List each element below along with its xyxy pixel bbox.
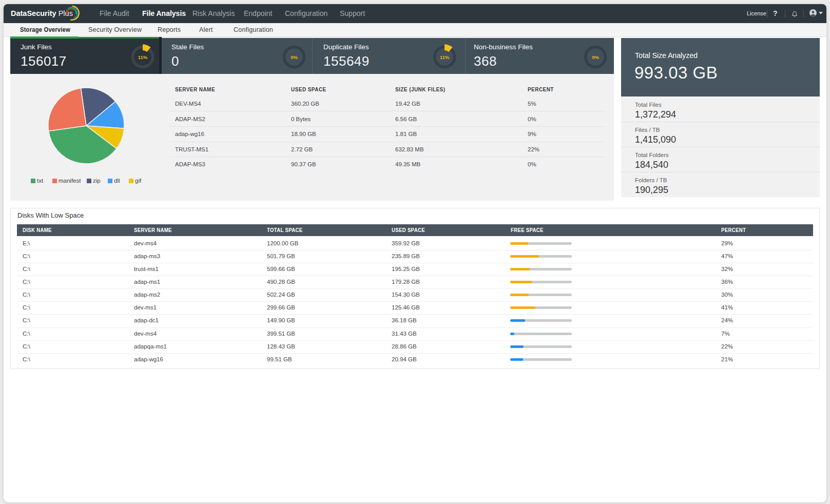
svg-text:11%: 11% <box>440 54 450 60</box>
svg-text:0%: 0% <box>592 54 599 60</box>
svg-text:0%: 0% <box>291 54 298 60</box>
svg-text:11%: 11% <box>138 54 148 60</box>
